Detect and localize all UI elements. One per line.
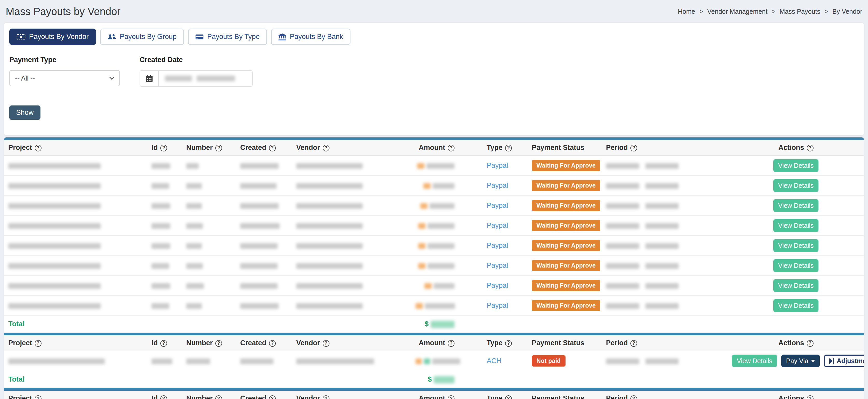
help-icon[interactable]	[448, 395, 455, 399]
tab-payouts-by-vendor[interactable]: Payouts By Vendor	[9, 29, 96, 45]
currency-symbol: $	[428, 375, 432, 383]
help-icon[interactable]	[35, 145, 41, 151]
help-icon[interactable]	[160, 395, 167, 399]
redacted-period-end	[645, 359, 679, 364]
redacted-amount	[425, 303, 455, 309]
header-id: Id	[152, 394, 158, 399]
header-id: Id	[152, 144, 158, 151]
header-created: Created	[240, 394, 267, 399]
breadcrumb-by-vendor: By Vendor	[833, 8, 862, 15]
help-icon[interactable]	[215, 340, 222, 347]
help-icon[interactable]	[630, 340, 637, 347]
help-icon[interactable]	[35, 340, 41, 347]
help-icon[interactable]	[215, 145, 222, 151]
redacted-period-start	[606, 283, 639, 289]
view-details-button[interactable]: View Details	[773, 299, 818, 312]
payment-type-select[interactable]: -- All --	[9, 70, 120, 86]
redacted-vendor	[296, 203, 363, 209]
breadcrumb-mass-payouts[interactable]: Mass Payouts	[779, 8, 820, 15]
help-icon[interactable]	[807, 395, 813, 399]
payment-type-value: ACH	[487, 357, 501, 365]
redacted-amount	[428, 223, 455, 229]
payment-type-value: Paypal	[487, 222, 508, 229]
tab-payouts-by-bank[interactable]: Payouts By Bank	[271, 29, 350, 45]
redacted-date-start	[165, 76, 192, 81]
redacted-id	[152, 203, 170, 209]
show-button[interactable]: Show	[9, 106, 40, 120]
breadcrumb-home[interactable]: Home	[678, 8, 695, 15]
redacted-period-end	[645, 263, 679, 269]
redacted-vendor	[296, 359, 374, 364]
status-badge: Waiting For Approve	[532, 280, 600, 291]
view-details-button[interactable]: View Details	[773, 259, 818, 272]
view-details-button[interactable]: View Details	[773, 239, 818, 252]
redacted-project	[8, 163, 101, 169]
payout-row: Paypal Waiting For Approve View Details	[4, 256, 864, 276]
help-icon[interactable]	[807, 145, 813, 151]
help-icon[interactable]	[35, 395, 41, 399]
redacted-created	[240, 359, 273, 364]
payout-row: Paypal Waiting For Approve View Details	[4, 176, 864, 196]
tab-payouts-by-type[interactable]: Payouts By Type	[188, 29, 267, 45]
help-icon[interactable]	[448, 340, 455, 347]
mass-payouts-page: Mass Payouts by Vendor Home > Vendor Man…	[0, 0, 868, 399]
payout-table-ach: Project Id Number Created Vendor Amount …	[4, 333, 864, 388]
redacted-created	[240, 243, 278, 249]
amount-warning-icon	[417, 163, 425, 169]
tab-payouts-by-group[interactable]: Payouts By Group	[100, 29, 184, 45]
help-icon[interactable]	[269, 145, 276, 151]
help-icon[interactable]	[160, 145, 167, 151]
redacted-created	[240, 303, 279, 309]
redacted-id	[152, 243, 170, 249]
view-details-button[interactable]: View Details	[732, 354, 777, 367]
redacted-period-start	[606, 223, 639, 229]
view-details-button[interactable]: View Details	[773, 279, 818, 292]
help-icon[interactable]	[448, 145, 455, 151]
help-icon[interactable]	[323, 395, 330, 399]
help-icon[interactable]	[160, 340, 167, 347]
help-icon[interactable]	[630, 395, 637, 399]
total-row: Total $	[4, 316, 864, 333]
redacted-date-end	[197, 76, 235, 81]
help-icon[interactable]	[269, 395, 276, 399]
redacted-period-start	[606, 359, 639, 364]
pay-via-button[interactable]: Pay Via	[781, 354, 820, 367]
view-details-button[interactable]: View Details	[773, 159, 818, 172]
help-icon[interactable]	[505, 395, 512, 399]
redacted-period-start	[606, 203, 639, 209]
payment-type-label: Payment Type	[9, 56, 120, 64]
money-bill-icon	[17, 34, 25, 40]
date-range-input[interactable]	[158, 70, 253, 87]
breadcrumb-vendor-management[interactable]: Vendor Management	[707, 8, 767, 15]
redacted-amount	[432, 359, 460, 364]
help-icon[interactable]	[215, 395, 222, 399]
redacted-period-end	[645, 163, 679, 169]
users-icon	[107, 33, 116, 40]
redacted-period-start	[606, 263, 639, 269]
adjustment-button[interactable]: Adjustment	[824, 354, 864, 367]
help-icon[interactable]	[269, 340, 276, 347]
help-icon[interactable]	[630, 145, 637, 151]
redacted-period-end	[645, 283, 679, 289]
payout-table-paypal: Project Id Number Created Vendor Amount …	[4, 137, 864, 333]
help-icon[interactable]	[323, 340, 330, 347]
redacted-number	[186, 203, 202, 209]
topbar: Mass Payouts by Vendor Home > Vendor Man…	[0, 0, 868, 23]
help-icon[interactable]	[505, 340, 512, 347]
help-icon[interactable]	[505, 145, 512, 151]
view-details-button[interactable]: View Details	[773, 179, 818, 192]
header-created: Created	[240, 339, 267, 347]
calendar-icon[interactable]	[140, 70, 158, 87]
help-icon[interactable]	[807, 340, 813, 347]
redacted-vendor	[296, 303, 363, 309]
payout-row: ACH Not paid View Details Pay Via Adjust…	[4, 351, 864, 371]
redacted-id	[152, 303, 169, 309]
help-icon[interactable]	[323, 145, 330, 151]
header-amount: Amount	[419, 394, 445, 399]
redacted-id	[152, 263, 169, 269]
header-project: Project	[8, 394, 32, 399]
view-details-button[interactable]: View Details	[773, 219, 818, 232]
header-vendor: Vendor	[296, 339, 320, 347]
amount-warning-icon	[423, 183, 431, 189]
view-details-button[interactable]: View Details	[773, 199, 818, 212]
